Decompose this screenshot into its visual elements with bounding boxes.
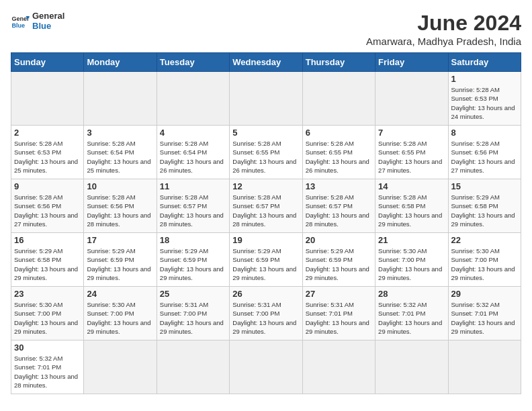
day-info: Sunrise: 5:28 AM Sunset: 6:57 PM Dayligh… — [306, 193, 372, 228]
calendar-week-row: 30Sunrise: 5:32 AM Sunset: 7:01 PM Dayli… — [11, 340, 521, 394]
day-number: 10 — [87, 181, 153, 191]
day-info: Sunrise: 5:32 AM Sunset: 7:01 PM Dayligh… — [14, 354, 81, 390]
calendar-week-row: 9Sunrise: 5:28 AM Sunset: 6:56 PM Daylig… — [11, 179, 521, 233]
calendar-cell: 18Sunrise: 5:29 AM Sunset: 6:59 PM Dayli… — [157, 233, 229, 287]
day-info: Sunrise: 5:29 AM Sunset: 6:59 PM Dayligh… — [306, 246, 372, 282]
day-info: Sunrise: 5:30 AM Sunset: 7:00 PM Dayligh… — [87, 300, 153, 336]
day-number: 3 — [87, 128, 153, 138]
calendar-week-row: 2Sunrise: 5:28 AM Sunset: 6:53 PM Daylig… — [11, 126, 521, 179]
day-info: Sunrise: 5:28 AM Sunset: 6:55 PM Dayligh… — [378, 139, 445, 175]
calendar-cell: 26Sunrise: 5:31 AM Sunset: 7:00 PM Dayli… — [230, 287, 302, 340]
calendar-cell — [448, 340, 521, 394]
calendar-cell: 13Sunrise: 5:28 AM Sunset: 6:57 PM Dayli… — [302, 179, 375, 233]
day-number: 20 — [306, 235, 372, 245]
calendar-cell: 4Sunrise: 5:28 AM Sunset: 6:54 PM Daylig… — [157, 126, 229, 179]
calendar-body: 1Sunrise: 5:28 AM Sunset: 6:53 PM Daylig… — [11, 72, 521, 394]
calendar-cell — [157, 72, 229, 126]
day-info: Sunrise: 5:28 AM Sunset: 6:54 PM Dayligh… — [87, 139, 153, 175]
day-number: 29 — [451, 289, 518, 299]
day-of-week-header: Sunday — [11, 53, 84, 72]
calendar-cell: 23Sunrise: 5:30 AM Sunset: 7:00 PM Dayli… — [11, 287, 84, 340]
calendar-cell: 12Sunrise: 5:28 AM Sunset: 6:57 PM Dayli… — [230, 179, 302, 233]
day-info: Sunrise: 5:28 AM Sunset: 6:57 PM Dayligh… — [232, 193, 299, 228]
calendar-cell: 17Sunrise: 5:29 AM Sunset: 6:59 PM Dayli… — [84, 233, 157, 287]
logo-icon: General Blue — [11, 11, 30, 30]
calendar-cell — [302, 340, 375, 394]
day-number: 22 — [451, 235, 518, 245]
logo-general-text: General — [32, 11, 64, 21]
calendar-cell — [375, 72, 448, 126]
day-info: Sunrise: 5:28 AM Sunset: 6:53 PM Dayligh… — [451, 85, 518, 121]
day-number: 1 — [451, 74, 518, 84]
page-header: General Blue General Blue June 2024 Amar… — [11, 11, 521, 47]
logo-blue-text: Blue — [32, 21, 64, 31]
day-info: Sunrise: 5:28 AM Sunset: 6:58 PM Dayligh… — [378, 193, 445, 228]
calendar-cell: 21Sunrise: 5:30 AM Sunset: 7:00 PM Dayli… — [375, 233, 448, 287]
day-number: 24 — [87, 289, 153, 299]
calendar-cell: 28Sunrise: 5:32 AM Sunset: 7:01 PM Dayli… — [375, 287, 448, 340]
day-number: 13 — [306, 181, 372, 191]
day-info: Sunrise: 5:29 AM Sunset: 6:59 PM Dayligh… — [232, 246, 299, 282]
main-title: June 2024 — [366, 11, 521, 36]
calendar-cell: 14Sunrise: 5:28 AM Sunset: 6:58 PM Dayli… — [375, 179, 448, 233]
calendar-cell — [84, 72, 157, 126]
day-info: Sunrise: 5:30 AM Sunset: 7:00 PM Dayligh… — [451, 246, 518, 282]
day-number: 28 — [378, 289, 445, 299]
svg-text:Blue: Blue — [11, 22, 25, 29]
calendar-cell — [230, 72, 302, 126]
calendar-table: SundayMondayTuesdayWednesdayThursdayFrid… — [11, 52, 521, 394]
calendar-cell: 29Sunrise: 5:32 AM Sunset: 7:01 PM Dayli… — [448, 287, 521, 340]
day-info: Sunrise: 5:28 AM Sunset: 6:56 PM Dayligh… — [451, 139, 518, 175]
calendar-cell: 10Sunrise: 5:28 AM Sunset: 6:56 PM Dayli… — [84, 179, 157, 233]
day-number: 8 — [451, 128, 518, 138]
day-number: 25 — [160, 289, 226, 299]
calendar-week-row: 23Sunrise: 5:30 AM Sunset: 7:00 PM Dayli… — [11, 287, 521, 340]
calendar-cell: 30Sunrise: 5:32 AM Sunset: 7:01 PM Dayli… — [11, 340, 84, 394]
calendar-cell — [302, 72, 375, 126]
day-info: Sunrise: 5:28 AM Sunset: 6:57 PM Dayligh… — [160, 193, 226, 228]
calendar-cell: 19Sunrise: 5:29 AM Sunset: 6:59 PM Dayli… — [230, 233, 302, 287]
day-number: 12 — [232, 181, 299, 191]
day-info: Sunrise: 5:29 AM Sunset: 6:58 PM Dayligh… — [451, 193, 518, 228]
calendar-cell: 8Sunrise: 5:28 AM Sunset: 6:56 PM Daylig… — [448, 126, 521, 179]
day-number: 27 — [306, 289, 372, 299]
day-number: 19 — [232, 235, 299, 245]
day-info: Sunrise: 5:28 AM Sunset: 6:56 PM Dayligh… — [14, 193, 81, 228]
day-info: Sunrise: 5:29 AM Sunset: 6:58 PM Dayligh… — [14, 246, 81, 282]
day-number: 9 — [14, 181, 81, 191]
day-number: 18 — [160, 235, 226, 245]
day-info: Sunrise: 5:28 AM Sunset: 6:56 PM Dayligh… — [87, 193, 153, 228]
day-number: 7 — [378, 128, 445, 138]
logo: General Blue General Blue — [11, 11, 64, 31]
calendar-cell: 22Sunrise: 5:30 AM Sunset: 7:00 PM Dayli… — [448, 233, 521, 287]
day-number: 4 — [160, 128, 226, 138]
day-of-week-header: Thursday — [302, 53, 375, 72]
day-number: 2 — [14, 128, 81, 138]
day-number: 14 — [378, 181, 445, 191]
day-info: Sunrise: 5:28 AM Sunset: 6:54 PM Dayligh… — [160, 139, 226, 175]
calendar-cell: 24Sunrise: 5:30 AM Sunset: 7:00 PM Dayli… — [84, 287, 157, 340]
calendar-cell: 5Sunrise: 5:28 AM Sunset: 6:55 PM Daylig… — [230, 126, 302, 179]
day-info: Sunrise: 5:29 AM Sunset: 6:59 PM Dayligh… — [160, 246, 226, 282]
day-of-week-header: Friday — [375, 53, 448, 72]
day-info: Sunrise: 5:31 AM Sunset: 7:00 PM Dayligh… — [160, 300, 226, 336]
subtitle: Amarwara, Madhya Pradesh, India — [366, 36, 521, 47]
day-of-week-header: Wednesday — [230, 53, 302, 72]
calendar-cell — [230, 340, 302, 394]
day-info: Sunrise: 5:28 AM Sunset: 6:53 PM Dayligh… — [14, 139, 81, 175]
day-info: Sunrise: 5:29 AM Sunset: 6:59 PM Dayligh… — [87, 246, 153, 282]
day-info: Sunrise: 5:28 AM Sunset: 6:55 PM Dayligh… — [232, 139, 299, 175]
header-row: SundayMondayTuesdayWednesdayThursdayFrid… — [11, 53, 521, 72]
day-of-week-header: Saturday — [448, 53, 521, 72]
day-number: 5 — [232, 128, 299, 138]
day-number: 16 — [14, 235, 81, 245]
calendar-cell — [11, 72, 84, 126]
calendar-cell: 11Sunrise: 5:28 AM Sunset: 6:57 PM Dayli… — [157, 179, 229, 233]
day-number: 11 — [160, 181, 226, 191]
day-number: 23 — [14, 289, 81, 299]
calendar-cell: 20Sunrise: 5:29 AM Sunset: 6:59 PM Dayli… — [302, 233, 375, 287]
calendar-week-row: 16Sunrise: 5:29 AM Sunset: 6:58 PM Dayli… — [11, 233, 521, 287]
day-number: 6 — [306, 128, 372, 138]
calendar-cell: 2Sunrise: 5:28 AM Sunset: 6:53 PM Daylig… — [11, 126, 84, 179]
day-of-week-header: Tuesday — [157, 53, 229, 72]
